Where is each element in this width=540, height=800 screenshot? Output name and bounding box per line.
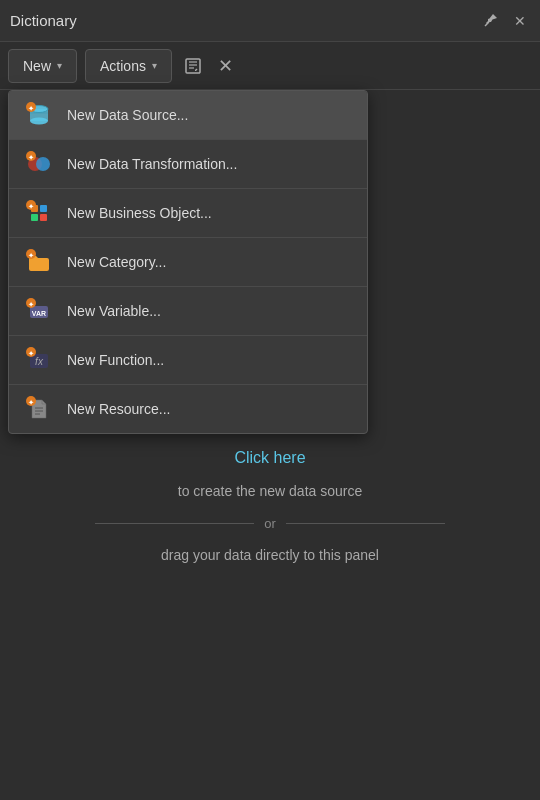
or-text: or bbox=[264, 516, 276, 531]
divider-or: or bbox=[95, 516, 445, 531]
transform-icon: ✦ bbox=[25, 150, 53, 178]
panel-title: Dictionary bbox=[10, 12, 77, 29]
title-icons: ✕ bbox=[480, 11, 530, 31]
close-button[interactable]: ✕ bbox=[510, 12, 530, 30]
edit-icon bbox=[184, 57, 202, 75]
actions-button-label: Actions bbox=[100, 58, 146, 74]
dictionary-panel: Dictionary ✕ New ▾ Actions ▾ bbox=[0, 0, 540, 800]
close-icon: ✕ bbox=[514, 13, 526, 29]
business-icon: ✦ bbox=[25, 199, 53, 227]
edit-button[interactable] bbox=[180, 53, 206, 79]
title-bar: Dictionary ✕ bbox=[0, 0, 540, 42]
svg-point-13 bbox=[36, 157, 50, 171]
menu-item-new-variable[interactable]: VAR ✦ New Variable... bbox=[9, 287, 367, 336]
divider-right bbox=[286, 523, 445, 524]
svg-point-7 bbox=[30, 118, 48, 125]
pin-button[interactable] bbox=[480, 11, 502, 31]
new-button[interactable]: New ▾ bbox=[8, 49, 77, 83]
menu-item-label-category: New Category... bbox=[67, 254, 166, 270]
menu-item-new-function[interactable]: fx ✦ New Function... bbox=[9, 336, 367, 385]
menu-item-label-variable: New Variable... bbox=[67, 303, 161, 319]
function-icon: fx ✦ bbox=[25, 346, 53, 374]
menu-item-label-resource: New Resource... bbox=[67, 401, 170, 417]
svg-text:✦: ✦ bbox=[28, 301, 34, 308]
divider-left bbox=[95, 523, 254, 524]
datasource-icon: ✦ bbox=[25, 101, 53, 129]
new-dropdown-menu: ✦ New Data Source... ✦ New Data Transfor… bbox=[8, 90, 368, 434]
subtitle-text: to create the new data source bbox=[178, 481, 362, 502]
new-chevron-icon: ▾ bbox=[57, 60, 62, 71]
svg-text:✦: ✦ bbox=[28, 203, 34, 210]
svg-rect-17 bbox=[40, 205, 47, 212]
delete-toolbar-icon: ✕ bbox=[218, 55, 233, 77]
svg-text:✦: ✦ bbox=[28, 399, 34, 406]
delete-toolbar-button[interactable]: ✕ bbox=[214, 51, 237, 81]
menu-item-new-data-transformation[interactable]: ✦ New Data Transformation... bbox=[9, 140, 367, 189]
svg-text:✦: ✦ bbox=[28, 252, 34, 259]
svg-rect-19 bbox=[40, 214, 47, 221]
svg-text:fx: fx bbox=[35, 356, 44, 367]
drag-text: drag your data directly to this panel bbox=[161, 545, 379, 566]
click-here-link[interactable]: Click here bbox=[234, 449, 305, 467]
category-icon: ✦ bbox=[25, 248, 53, 276]
svg-text:VAR: VAR bbox=[32, 310, 46, 317]
menu-item-new-data-source[interactable]: ✦ New Data Source... bbox=[9, 91, 367, 140]
svg-rect-1 bbox=[186, 59, 200, 73]
menu-item-label-function: New Function... bbox=[67, 352, 164, 368]
actions-button[interactable]: Actions ▾ bbox=[85, 49, 172, 83]
menu-item-new-category[interactable]: ✦ New Category... bbox=[9, 238, 367, 287]
new-button-label: New bbox=[23, 58, 51, 74]
svg-text:✦: ✦ bbox=[28, 105, 34, 112]
menu-item-label-business-object: New Business Object... bbox=[67, 205, 212, 221]
svg-text:✦: ✦ bbox=[28, 154, 34, 161]
menu-item-label-data-transformation: New Data Transformation... bbox=[67, 156, 237, 172]
menu-item-new-business-object[interactable]: ✦ New Business Object... bbox=[9, 189, 367, 238]
menu-item-new-resource[interactable]: ✦ New Resource... bbox=[9, 385, 367, 433]
menu-item-label-data-source: New Data Source... bbox=[67, 107, 188, 123]
variable-icon: VAR ✦ bbox=[25, 297, 53, 325]
actions-chevron-icon: ▾ bbox=[152, 60, 157, 71]
svg-text:✦: ✦ bbox=[28, 350, 34, 357]
svg-rect-18 bbox=[31, 214, 38, 221]
resource-icon: ✦ bbox=[25, 395, 53, 423]
toolbar: New ▾ Actions ▾ ✕ bbox=[0, 42, 540, 90]
